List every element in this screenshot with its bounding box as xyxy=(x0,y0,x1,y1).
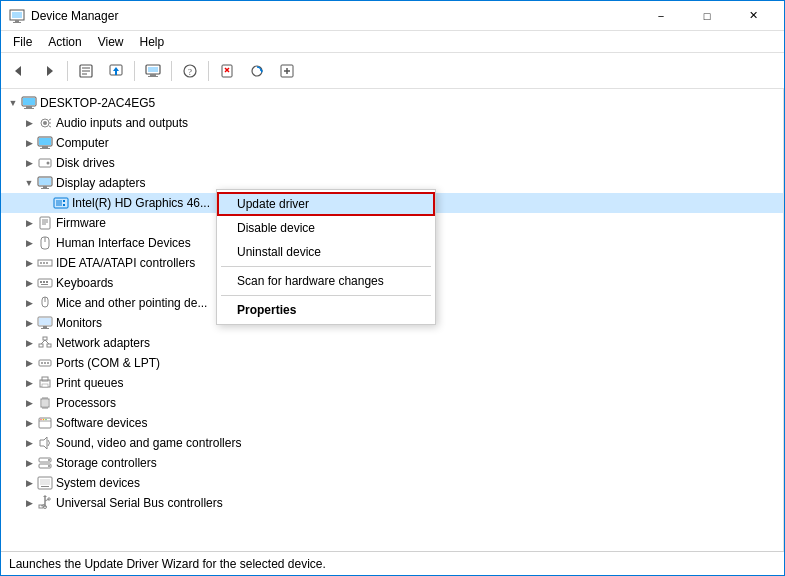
tree-computer[interactable]: ▶ Computer xyxy=(1,133,783,153)
toolbar-add-button[interactable] xyxy=(273,57,301,85)
computer-node-icon xyxy=(37,135,53,151)
toolbar: ? xyxy=(1,53,784,89)
computer-expander[interactable]: ▶ xyxy=(21,135,37,151)
tree-audio[interactable]: ▶ Audio inputs and outputs xyxy=(1,113,783,133)
window-title: Device Manager xyxy=(31,9,638,23)
context-properties[interactable]: Properties xyxy=(217,298,435,322)
display-label: Display adapters xyxy=(56,176,145,190)
context-separator-2 xyxy=(221,295,431,296)
display-expander[interactable]: ▼ xyxy=(21,175,37,191)
status-text: Launches the Update Driver Wizard for th… xyxy=(9,557,326,571)
tree-system[interactable]: ▶ System devices xyxy=(1,473,783,493)
monitor-expander[interactable]: ▶ xyxy=(21,315,37,331)
system-expander[interactable]: ▶ xyxy=(21,475,37,491)
svg-rect-38 xyxy=(40,148,50,149)
svg-marker-5 xyxy=(47,66,53,76)
toolbar-computer-button[interactable] xyxy=(139,57,167,85)
svg-rect-37 xyxy=(42,146,48,148)
processor-expander[interactable]: ▶ xyxy=(21,395,37,411)
disk-icon xyxy=(37,155,53,171)
software-expander[interactable]: ▶ xyxy=(21,415,37,431)
usb-label: Universal Serial Bus controllers xyxy=(56,496,223,510)
svg-text:?: ? xyxy=(188,67,192,77)
title-bar: Device Manager − □ ✕ xyxy=(1,1,784,31)
mouse-expander[interactable]: ▶ xyxy=(21,295,37,311)
svg-point-77 xyxy=(44,362,46,364)
software-icon xyxy=(37,415,53,431)
context-scan[interactable]: Scan for hardware changes xyxy=(217,269,435,293)
print-expander[interactable]: ▶ xyxy=(21,375,37,391)
status-bar: Launches the Update Driver Wizard for th… xyxy=(1,551,784,575)
toolbar-separator-4 xyxy=(208,61,209,81)
network-expander[interactable]: ▶ xyxy=(21,335,37,351)
svg-point-58 xyxy=(46,262,48,264)
menu-view[interactable]: View xyxy=(90,33,132,51)
gpu-label: Intel(R) HD Graphics 46... xyxy=(72,196,210,210)
usb-expander[interactable]: ▶ xyxy=(21,495,37,511)
ports-label: Ports (COM & LPT) xyxy=(56,356,160,370)
close-button[interactable]: ✕ xyxy=(730,1,776,31)
ide-label: IDE ATA/ATAPI controllers xyxy=(56,256,195,270)
menu-file[interactable]: File xyxy=(5,33,40,51)
tree-disk[interactable]: ▶ Disk drives xyxy=(1,153,783,173)
toolbar-back-button[interactable] xyxy=(5,57,33,85)
sound-label: Sound, video and game controllers xyxy=(56,436,241,450)
usb-icon xyxy=(37,495,53,511)
disk-expander[interactable]: ▶ xyxy=(21,155,37,171)
hid-expander[interactable]: ▶ xyxy=(21,235,37,251)
svg-point-76 xyxy=(41,362,43,364)
svg-point-57 xyxy=(43,262,45,264)
tree-software[interactable]: ▶ Software devices xyxy=(1,413,783,433)
tree-root[interactable]: ▼ DESKTOP-2AC4EG5 xyxy=(1,93,783,113)
context-update-driver[interactable]: Update driver xyxy=(217,192,435,216)
tree-print[interactable]: ▶ Print queues xyxy=(1,373,783,393)
toolbar-help-button[interactable]: ? xyxy=(176,57,204,85)
storage-expander[interactable]: ▶ xyxy=(21,455,37,471)
computer-icon xyxy=(21,95,37,111)
minimize-button[interactable]: − xyxy=(638,1,684,31)
maximize-button[interactable]: □ xyxy=(684,1,730,31)
svg-rect-14 xyxy=(150,74,156,76)
svg-rect-13 xyxy=(148,67,158,72)
processor-label: Processors xyxy=(56,396,116,410)
ide-expander[interactable]: ▶ xyxy=(21,255,37,271)
keyboard-expander[interactable]: ▶ xyxy=(21,275,37,291)
toolbar-update-driver-button[interactable] xyxy=(102,57,130,85)
root-expander[interactable]: ▼ xyxy=(5,95,21,111)
context-menu: Update driver Disable device Uninstall d… xyxy=(216,189,436,325)
svg-rect-72 xyxy=(47,344,51,347)
computer-node-label: Computer xyxy=(56,136,109,150)
svg-rect-28 xyxy=(26,106,32,108)
svg-line-32 xyxy=(49,119,51,120)
firmware-label: Firmware xyxy=(56,216,106,230)
ports-icon xyxy=(37,355,53,371)
toolbar-properties-button[interactable] xyxy=(72,57,100,85)
tree-ports[interactable]: ▶ Ports (COM & LPT) xyxy=(1,353,783,373)
svg-rect-69 xyxy=(41,328,49,329)
hid-label: Human Interface Devices xyxy=(56,236,191,250)
tree-storage[interactable]: ▶ Storage controllers xyxy=(1,453,783,473)
tree-usb[interactable]: ▶ Universal Serial Bus controllers xyxy=(1,493,783,513)
toolbar-forward-button[interactable] xyxy=(35,57,63,85)
svg-rect-68 xyxy=(43,326,47,328)
svg-point-78 xyxy=(47,362,49,364)
toolbar-scan-button[interactable] xyxy=(243,57,271,85)
context-uninstall-device[interactable]: Uninstall device xyxy=(217,240,435,264)
context-disable-device[interactable]: Disable device xyxy=(217,216,435,240)
tree-processor[interactable]: ▶ Processors xyxy=(1,393,783,413)
keyboard-icon xyxy=(37,275,53,291)
app-icon xyxy=(9,8,25,24)
svg-rect-81 xyxy=(42,384,48,387)
menu-action[interactable]: Action xyxy=(40,33,89,51)
tree-network[interactable]: ▶ Network adapters xyxy=(1,333,783,353)
tree-sound[interactable]: ▶ Sound, video and game controllers xyxy=(1,433,783,453)
audio-expander[interactable]: ▶ xyxy=(21,115,37,131)
svg-rect-60 xyxy=(40,281,42,283)
ports-expander[interactable]: ▶ xyxy=(21,355,37,371)
firmware-expander[interactable]: ▶ xyxy=(21,215,37,231)
system-label: System devices xyxy=(56,476,140,490)
svg-point-92 xyxy=(40,419,42,421)
toolbar-uninstall-button[interactable] xyxy=(213,57,241,85)
menu-help[interactable]: Help xyxy=(132,33,173,51)
sound-expander[interactable]: ▶ xyxy=(21,435,37,451)
